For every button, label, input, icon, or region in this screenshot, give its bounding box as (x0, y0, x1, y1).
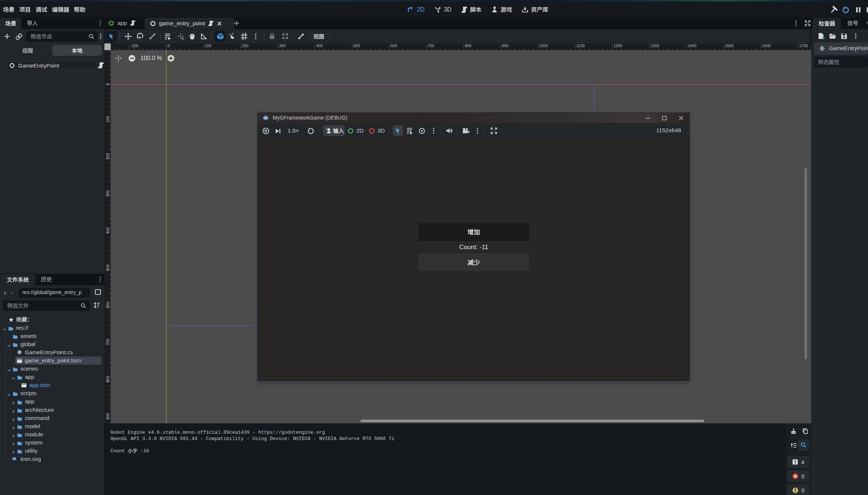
svg-text:700: 700 (428, 43, 434, 48)
svg-text:400: 400 (106, 227, 110, 234)
svg-text:800: 800 (106, 376, 110, 382)
svg-text:200: 200 (106, 153, 110, 160)
svg-text:600: 600 (106, 302, 110, 308)
svg-text:400: 400 (316, 43, 323, 48)
svg-text:300: 300 (106, 190, 110, 197)
svg-text:0: 0 (168, 43, 170, 48)
svg-text:1300: 1300 (651, 43, 660, 48)
svg-text:1000: 1000 (539, 43, 548, 48)
svg-text:-100: -100 (130, 43, 138, 48)
svg-text:C: C (19, 351, 20, 354)
svg-text:500: 500 (106, 264, 110, 271)
svg-text:500: 500 (353, 43, 360, 48)
svg-text:900: 900 (106, 413, 110, 420)
svg-text:1700: 1700 (799, 43, 808, 48)
svg-text:100: 100 (205, 43, 211, 48)
svg-text:700: 700 (106, 339, 110, 345)
svg-text:1100: 1100 (576, 43, 585, 48)
svg-text:1400: 1400 (688, 43, 697, 48)
svg-text:0: 0 (106, 83, 110, 85)
svg-text:300: 300 (279, 43, 286, 48)
svg-text:800: 800 (465, 43, 472, 48)
svg-text:900: 900 (502, 43, 509, 48)
svg-text:600: 600 (391, 43, 397, 48)
svg-text:C#: C# (820, 47, 824, 50)
svg-text:1600: 1600 (762, 43, 771, 48)
svg-text:1500: 1500 (725, 43, 734, 48)
svg-text:200: 200 (242, 43, 249, 48)
svg-text:1200: 1200 (613, 43, 622, 48)
svg-text:100: 100 (106, 116, 110, 123)
